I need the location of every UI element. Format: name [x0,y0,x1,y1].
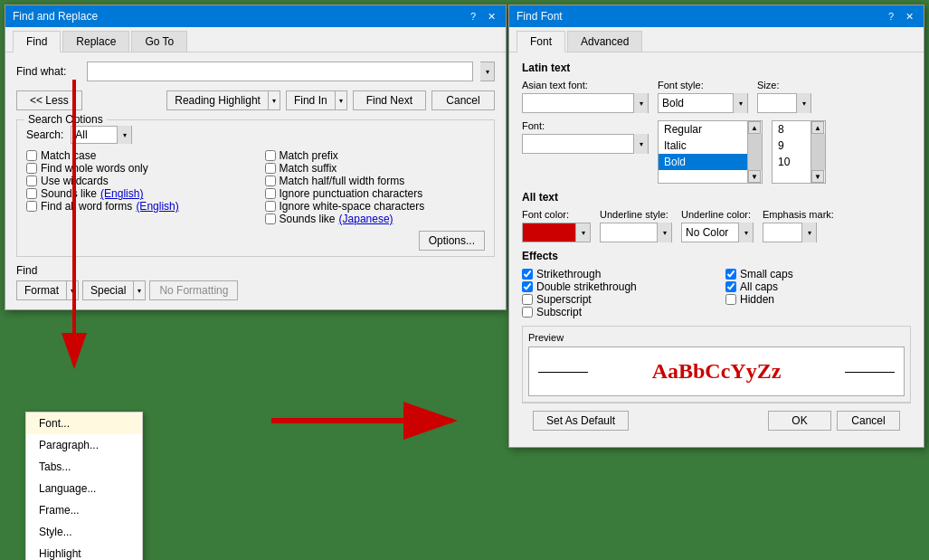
font-color-input[interactable]: ▾ [522,223,591,242]
size-8[interactable]: 8 [773,121,811,138]
font-style-scrollbar-up[interactable]: ▲ [748,121,761,134]
size-input[interactable]: ▾ [757,93,811,113]
close-button[interactable]: ✕ [484,9,498,24]
double-strikethrough-checkbox[interactable] [522,281,533,292]
find-font-close-button[interactable]: ✕ [902,9,916,24]
options-button[interactable]: Options... [419,231,485,251]
no-formatting-button[interactable]: No Formatting [149,280,238,300]
tab-replace[interactable]: Replace [62,31,129,52]
size-arrow-icon[interactable]: ▾ [796,93,811,113]
tab-goto[interactable]: Go To [131,31,187,52]
half-full-checkbox[interactable] [265,176,276,186]
set-as-default-button[interactable]: Set As Default [533,411,629,431]
match-suffix-checkbox[interactable] [265,163,276,174]
all-word-forms-link[interactable]: (English) [136,200,178,213]
match-prefix-checkbox[interactable] [265,150,276,161]
size-9[interactable]: 9 [773,138,811,154]
preview-section: Preview AaBbCcYyZz [522,326,911,403]
match-case-checkbox[interactable] [26,150,37,161]
dropdown-item-style[interactable]: Style... [26,521,142,543]
size-10[interactable]: 10 [773,154,811,170]
find-in-chevron-icon[interactable]: ▾ [335,91,346,109]
find-next-button[interactable]: Find Next [353,90,426,110]
all-caps-checkbox[interactable] [725,281,736,292]
font-style-value: Bold [659,97,733,109]
preview-line-right [845,372,895,373]
size-scrollbar-down[interactable]: ▼ [811,170,824,183]
find-what-input[interactable] [87,62,473,81]
cancel-button[interactable]: Cancel [431,90,495,110]
sounds-like-en-checkbox[interactable] [26,188,37,199]
find-replace-titlebar: Find and Replace ? ✕ [5,5,506,27]
font-style-scrollbar-down[interactable]: ▼ [748,170,761,183]
asian-font-field: Asian text font: ▾ [522,80,649,113]
wildcards-checkbox[interactable] [26,176,37,186]
reading-highlight-chevron-icon[interactable]: ▾ [268,91,280,109]
font-style-label: Font style: [658,80,748,90]
font-style-bold[interactable]: Bold [659,154,747,170]
dropdown-item-tabs[interactable]: Tabs... [26,456,142,478]
font-color-field: Font color: ▾ [522,209,591,242]
font-name-arrow-icon[interactable]: ▾ [633,134,648,154]
search-select-arrow-icon[interactable]: ▾ [117,126,131,144]
underline-style-arrow-icon[interactable]: ▾ [657,223,671,242]
preview-lines: AaBbCcYyZz [529,346,904,396]
sounds-like-ja-link[interactable]: (Japanese) [339,213,393,225]
superscript-checkbox[interactable] [522,294,533,305]
size-list[interactable]: 8 9 10 [772,120,811,184]
asian-font-input[interactable]: ▾ [522,93,649,113]
emphasis-mark-arrow-icon[interactable]: ▾ [801,223,816,242]
find-what-dropdown[interactable]: ▾ [480,62,495,81]
emphasis-mark-input[interactable]: ▾ [763,223,817,242]
all-word-forms-checkbox[interactable] [26,201,37,212]
subscript-checkbox[interactable] [522,307,533,318]
font-dialog-footer: Set As Default OK Cancel [522,403,911,438]
strikethrough-checkbox[interactable] [522,269,533,280]
font-tab-advanced[interactable]: Advanced [567,31,642,52]
find-in-button[interactable]: Find In ▾ [286,90,347,110]
font-ok-button[interactable]: OK [768,411,831,431]
ignore-punct-checkbox[interactable] [265,188,276,199]
effects-label: Effects [522,250,911,262]
match-prefix-label: Match prefix [280,149,338,162]
font-style-regular[interactable]: Regular [659,121,747,138]
font-top-row: Asian text font: ▾ Font style: Bold ▾ Si… [522,80,911,113]
hidden-checkbox[interactable] [725,294,736,305]
asian-font-arrow-icon[interactable]: ▾ [633,93,648,113]
font-style-italic[interactable]: Italic [659,138,747,154]
reading-highlight-button[interactable]: Reading Highlight ▾ [166,90,280,110]
underline-color-arrow-icon[interactable]: ▾ [738,223,753,242]
tab-find[interactable]: Find [13,31,61,52]
whole-words-checkbox[interactable] [26,163,37,174]
font-name-input[interactable]: ▾ [522,134,649,154]
dropdown-item-language[interactable]: Language... [26,478,142,499]
font-tab-font[interactable]: Font [517,31,565,52]
ignore-space-checkbox[interactable] [265,201,276,212]
special-chevron-icon[interactable]: ▾ [133,281,145,299]
dropdown-item-paragraph[interactable]: Paragraph... [26,434,142,456]
font-cancel-button[interactable]: Cancel [837,411,900,431]
find-font-help-button[interactable]: ? [884,9,898,24]
underline-color-input[interactable]: No Color ▾ [681,223,754,242]
dropdown-item-frame[interactable]: Frame... [26,499,142,521]
font-style-input[interactable]: Bold ▾ [658,93,748,113]
dropdown-item-font[interactable]: Font... [26,413,142,434]
size-scrollbar-up[interactable]: ▲ [811,121,824,134]
dropdown-item-highlight[interactable]: Highlight [26,543,142,560]
font-color-arrow-icon[interactable]: ▾ [576,223,591,242]
sounds-like-ja-checkbox[interactable] [265,214,276,224]
help-button[interactable]: ? [466,9,480,24]
checkbox-small-caps: Small caps [725,268,911,280]
effects-right: Small caps All caps Hidden [725,268,911,318]
search-row: Search: All ▾ [26,126,485,144]
sounds-like-en-link[interactable]: (English) [100,187,143,200]
latin-text-label: Latin text [522,62,911,74]
preview-line-left [538,372,588,373]
font-style-list[interactable]: Regular Italic Bold [658,120,748,184]
underline-style-input[interactable]: ▾ [600,223,672,242]
small-caps-checkbox[interactable] [725,269,736,280]
checkbox-superscript: Superscript [522,293,707,306]
find-font-titlebar: Find Font ? ✕ [509,5,924,27]
effects-section: Effects Strikethrough Double strikethrou… [522,250,911,318]
font-style-arrow-icon[interactable]: ▾ [733,93,747,113]
